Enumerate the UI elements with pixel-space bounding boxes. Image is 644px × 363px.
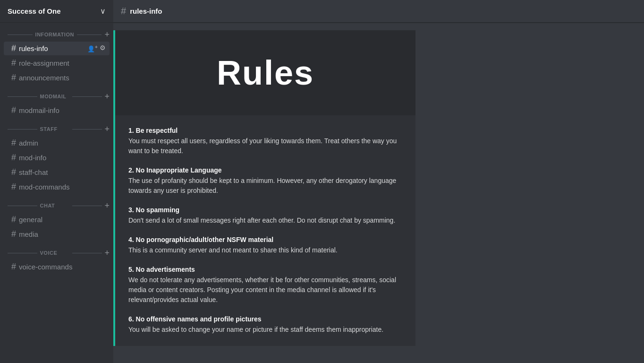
channel-header-name: rules-info [130,7,162,15]
divider-line-right [72,206,102,206]
hash-icon: # [11,262,16,272]
rule-item: 6. No offensive names and profile pictur… [128,315,402,335]
server-header[interactable]: Success of One ∨ [0,0,113,23]
rules-banner: Rules [113,30,415,115]
rule-item: 2. No Inappropriate LanguageThe use of p… [128,166,402,196]
channel-item-admin[interactable]: #admin [4,136,110,150]
rule-item: 1. Be respectfulYou must respect all use… [128,127,402,156]
channel-item-announcements[interactable]: #announcements [4,71,110,85]
divider-line-right [77,35,102,35]
rule-body: You must respect all users, regardless o… [128,136,402,156]
rule-title: 2. No Inappropriate Language [128,166,402,174]
rule-title: 5. No advertisements [128,266,402,273]
channel-item-mod-commands[interactable]: #mod-commands [4,180,110,194]
channel-name-text: announcements [19,74,106,82]
hash-icon: # [11,153,16,163]
channel-item-modmail-info[interactable]: #modmail-info [4,104,110,117]
server-title: Success of One [8,7,61,15]
hash-icon: # [11,167,16,177]
channel-name-text: general [19,216,106,224]
channel-name-text: mod-info [19,154,106,162]
channel-item-staff-chat[interactable]: #staff-chat [4,165,110,179]
section-label: INFORMATION [35,32,74,37]
add-channel-button-voice[interactable]: + [105,249,110,257]
rule-title: 1. Be respectful [128,127,402,134]
channel-name-text: media [19,230,106,238]
hash-icon: # [11,215,16,225]
divider-line-left [8,35,33,35]
channel-item-media[interactable]: #media [4,227,110,241]
add-channel-button-chat[interactable]: + [105,201,110,210]
divider-line-left [8,129,37,130]
rule-body: You will be asked to change your name or… [128,325,402,335]
rules-card: 1. Be respectfulYou must respect all use… [113,115,415,346]
channel-section-voice: VOICE+#voice-commands [0,249,113,274]
hash-icon: # [11,58,16,68]
rule-body: Don't send a lot of small messages right… [128,216,402,225]
section-label: STAFF [40,126,70,132]
settings-icon[interactable]: ⚙ [100,44,106,52]
divider-line-right [72,253,102,253]
hash-icon: # [11,138,16,148]
add-channel-button-information[interactable]: + [104,30,110,39]
channel-name-text: role-assignment [19,59,106,67]
add-member-icon[interactable]: 👤+ [87,44,98,52]
channel-list: INFORMATION+#rules-info👤+⚙#role-assignme… [0,23,113,275]
main-content: # rules-info Rules 1. Be respectfulYou m… [113,0,644,363]
hash-icon: # [11,43,16,53]
channel-header: # rules-info [113,0,644,23]
channel-section-staff: STAFF+#admin#mod-info#staff-chat#mod-com… [0,125,113,194]
channel-section-chat: CHAT+#general#media [0,201,113,241]
rule-body: We do not tolerate any advertisements, w… [128,275,402,305]
section-label: MODMAIL [40,94,70,99]
rule-title: 6. No offensive names and profile pictur… [128,315,402,323]
rules-banner-title: Rules [217,53,314,92]
channel-item-role-assignment[interactable]: #role-assignment [4,56,110,70]
hash-icon: # [11,105,16,115]
divider-line-left [8,96,37,97]
hash-icon: # [11,73,16,83]
hash-icon: # [11,182,16,192]
channel-name-text: voice-commands [19,263,106,271]
rule-item: 4. No pornographic/adult/other NSFW mate… [128,236,402,255]
channel-item-mod-info[interactable]: #mod-info [4,151,110,164]
divider-line-right [72,129,102,130]
divider-line-left [8,206,37,206]
channel-section-information: INFORMATION+#rules-info👤+⚙#role-assignme… [0,30,113,85]
section-label: VOICE [40,250,70,256]
sidebar: Success of One ∨ INFORMATION+#rules-info… [0,0,113,363]
channel-name-text: staff-chat [19,168,106,176]
channel-name-text: admin [19,139,106,147]
channel-item-general[interactable]: #general [4,213,110,226]
hash-icon: # [11,229,16,239]
channel-name-text: mod-commands [19,183,106,191]
section-label: CHAT [40,203,70,208]
rule-item: 5. No advertisementsWe do not tolerate a… [128,266,402,305]
channel-section-modmail: MODMAIL+#modmail-info [0,92,113,117]
rule-item: 3. No spammingDon't send a lot of small … [128,206,402,225]
messages-area[interactable]: Rules 1. Be respectfulYou must respect a… [113,23,644,363]
divider-line-left [8,253,37,253]
channel-item-voice-commands[interactable]: #voice-commands [4,260,110,274]
channel-name-text: rules-info [19,44,87,52]
channel-header-hash-icon: # [121,6,126,17]
rule-title: 4. No pornographic/adult/other NSFW mate… [128,236,402,243]
rule-body: This is a community server and not meant… [128,245,402,255]
add-channel-button-modmail[interactable]: + [105,92,110,101]
channel-name-text: modmail-info [19,106,106,114]
add-channel-button-staff[interactable]: + [105,125,110,133]
rule-body: The use of profanity should be kept to a… [128,176,402,196]
rule-title: 3. No spamming [128,206,402,214]
channel-item-rules-info[interactable]: #rules-info👤+⚙ [4,42,110,55]
chevron-down-icon: ∨ [100,7,106,16]
divider-line-right [72,96,102,97]
